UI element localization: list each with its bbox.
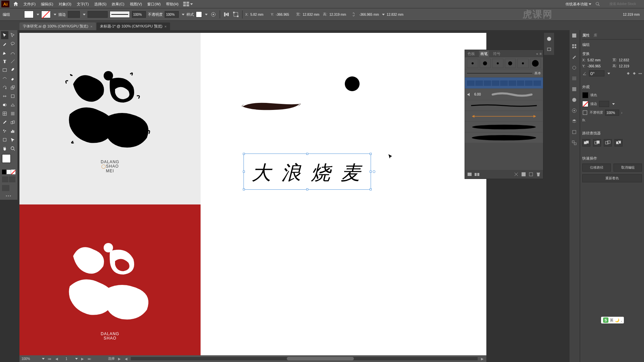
rotate-handle[interactable]: [373, 170, 375, 173]
pen-tool[interactable]: [1, 49, 8, 57]
fill-swatch[interactable]: [24, 11, 34, 18]
x-value[interactable]: 5.82 mm: [587, 58, 610, 62]
h-value[interactable]: 12.319: [619, 64, 642, 68]
x-value[interactable]: 5.82 mm: [250, 13, 269, 16]
brush-basic[interactable]: 基本: [465, 69, 543, 77]
panel-btn-1[interactable]: [546, 36, 552, 42]
resize-handle[interactable]: [370, 153, 372, 155]
document-tab-active[interactable]: 未标题-1* @ 100% (CMYK/GPU 预览)×: [97, 22, 170, 30]
chevron-down-icon[interactable]: [54, 14, 56, 15]
brush-dot-sm[interactable]: [467, 59, 478, 68]
menu-edit[interactable]: 编辑(E): [38, 0, 56, 8]
free-transform-tool[interactable]: [9, 92, 16, 100]
menu-effect[interactable]: 效果(C): [109, 0, 127, 8]
menu-window[interactable]: 窗口(W): [145, 0, 163, 8]
gradient-tool[interactable]: [9, 110, 16, 118]
recolor-icon[interactable]: [210, 11, 217, 18]
search-icon[interactable]: [595, 2, 600, 6]
libraries-icon[interactable]: [474, 172, 480, 177]
new-brush-icon[interactable]: [528, 172, 534, 177]
chevron-down-icon[interactable]: [205, 14, 208, 15]
rectangle-tool[interactable]: [1, 66, 8, 74]
chevron-down-icon[interactable]: [37, 14, 39, 15]
menu-type[interactable]: 文字(T): [74, 0, 92, 8]
y-value[interactable]: -366.965: [276, 13, 294, 16]
w-value[interactable]: 12.832: [619, 58, 642, 62]
workspace-selector[interactable]: 传统基本功能: [564, 2, 593, 7]
chevron-down-icon[interactable]: [182, 14, 184, 15]
artboard-tool[interactable]: [1, 136, 8, 144]
delete-brush-icon[interactable]: [536, 172, 541, 177]
chevron-down-icon[interactable]: [382, 14, 385, 15]
align-icon[interactable]: [223, 11, 230, 18]
tab-properties[interactable]: 属性: [582, 33, 590, 38]
resize-handle[interactable]: [370, 171, 372, 173]
search-stock-field[interactable]: 搜索 Adobe Stock: [603, 2, 643, 6]
lasso-tool[interactable]: [9, 40, 16, 48]
shaper-tool[interactable]: [1, 75, 8, 83]
fill-box[interactable]: [2, 154, 11, 163]
opacity-input[interactable]: [605, 110, 619, 116]
tab-symbols[interactable]: 符号: [492, 51, 502, 57]
screen-mode[interactable]: [2, 185, 9, 191]
zoom-value[interactable]: 100%: [21, 357, 38, 361]
stroke-swatch[interactable]: [41, 11, 51, 18]
last-artboard-icon[interactable]: ⏭: [87, 357, 92, 361]
eraser-tool[interactable]: [9, 75, 16, 83]
perspective-tool[interactable]: [9, 101, 16, 109]
resize-handle[interactable]: [370, 188, 372, 190]
magic-wand-tool[interactable]: [1, 40, 8, 48]
y-value[interactable]: -366.965: [587, 64, 610, 68]
color-none[interactable]: [11, 170, 15, 174]
dock-appearance-icon[interactable]: [572, 108, 578, 114]
close-icon[interactable]: ×: [90, 24, 92, 28]
brush-dot-md[interactable]: [480, 59, 491, 68]
ink-blot-object[interactable]: [345, 76, 360, 91]
pathfinder-unite[interactable]: [582, 139, 590, 146]
symbol-sprayer-tool[interactable]: [1, 127, 8, 135]
mesh-tool[interactable]: [1, 110, 8, 118]
ime-indicator[interactable]: S英🌙,: [601, 317, 624, 323]
draw-mode-2[interactable]: [9, 176, 15, 182]
library-icon[interactable]: [467, 172, 472, 177]
fill-stroke-indicator[interactable]: [2, 154, 15, 168]
menu-help[interactable]: 帮助(H): [163, 0, 181, 8]
remove-brush-icon[interactable]: [514, 172, 519, 177]
arrange-icon[interactable]: [183, 2, 189, 6]
dock-stroke-icon[interactable]: [572, 76, 578, 82]
stroke-weight-input[interactable]: [68, 11, 80, 18]
opacity-input[interactable]: [165, 11, 179, 18]
brush-stroke-object[interactable]: [241, 97, 301, 113]
edit-toolbar[interactable]: •••: [1, 192, 17, 199]
pathfinder-exclude[interactable]: [614, 139, 623, 146]
dock-artboards-icon[interactable]: [572, 140, 578, 146]
menu-file[interactable]: 文件(F): [21, 0, 38, 8]
blend-tool[interactable]: [9, 118, 16, 126]
brush-volume-row[interactable]: 6.00: [465, 89, 543, 100]
brush-dot-sm2[interactable]: [492, 59, 503, 68]
menu-select[interactable]: 选择(S): [92, 0, 109, 8]
brush-dot-lg[interactable]: [530, 59, 541, 68]
pathfinder-minus[interactable]: [593, 139, 601, 146]
slice-tool[interactable]: [9, 136, 16, 144]
tab-libraries[interactable]: 库: [594, 33, 597, 38]
home-icon[interactable]: [13, 1, 19, 7]
chevron-down-icon[interactable]: [190, 3, 193, 5]
dock-swatches-icon[interactable]: [572, 44, 578, 50]
offset-path-button[interactable]: 位移路径: [582, 164, 611, 172]
horizontal-scrollbar[interactable]: [131, 357, 478, 360]
link-wh-icon[interactable]: [350, 11, 357, 18]
brush-preview[interactable]: [110, 11, 130, 18]
tab-brushes[interactable]: 画笔: [479, 51, 489, 57]
chevron-down-icon[interactable]: [42, 358, 45, 360]
resize-handle[interactable]: [243, 188, 245, 190]
opacity-arrow-icon[interactable]: ›: [621, 111, 622, 115]
brush-rough-2[interactable]: [465, 122, 543, 132]
tab-swatches[interactable]: 色板: [466, 51, 476, 57]
chevron-down-icon[interactable]: [75, 358, 78, 360]
brush-dot-md2[interactable]: [505, 59, 516, 68]
first-artboard-icon[interactable]: ⏮: [47, 357, 52, 361]
menu-object[interactable]: 对象(O): [56, 0, 74, 8]
canvas[interactable]: DALANG ◯SHAO MEI DALANG SHAO: [19, 33, 486, 355]
dock-symbols-icon[interactable]: [572, 65, 578, 71]
